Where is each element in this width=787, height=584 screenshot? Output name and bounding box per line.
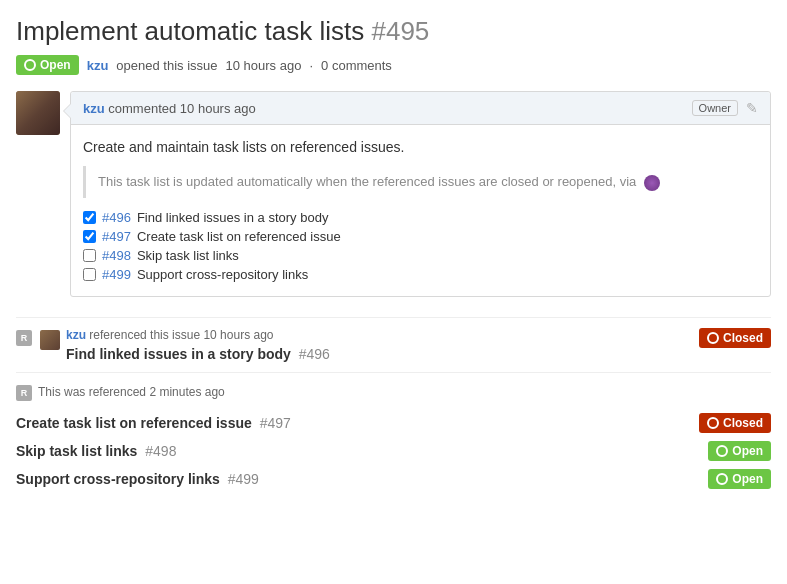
task-item-499: #499 Support cross-repository links bbox=[83, 265, 758, 284]
ref-item-status-499: Open bbox=[708, 469, 771, 489]
avatar-image bbox=[16, 91, 60, 135]
ref-status-badge-1: Closed bbox=[699, 328, 771, 348]
closed-circle-icon-1 bbox=[707, 332, 719, 344]
task-checkbox-496[interactable] bbox=[83, 211, 96, 224]
status-badge-open: Open bbox=[16, 55, 79, 75]
open-circle-icon-499 bbox=[716, 473, 728, 485]
page-title: Implement automatic task lists #495 bbox=[16, 16, 771, 47]
task-item-496: #496 Find linked issues in a story body bbox=[83, 208, 758, 227]
ref-item-status-label-497: Closed bbox=[723, 416, 763, 430]
reference-block-2: R This was referenced 2 minutes ago Crea… bbox=[16, 372, 771, 503]
title-text: Implement automatic task lists bbox=[16, 16, 364, 46]
quote-text: This task list is updated automatically … bbox=[98, 174, 636, 189]
ref-issue-number-1: #496 bbox=[299, 346, 330, 362]
comment-thread: kzu commented 10 hours ago Owner ✎ Creat… bbox=[16, 91, 771, 297]
task-checkbox-498[interactable] bbox=[83, 249, 96, 262]
task-checkbox-497[interactable] bbox=[83, 230, 96, 243]
comment-header: kzu commented 10 hours ago Owner ✎ bbox=[71, 92, 770, 125]
ref-action-1: referenced this issue bbox=[89, 328, 200, 342]
ref-item-499: Support cross-repository links #499 Open bbox=[16, 465, 771, 493]
issue-number: #495 bbox=[371, 16, 429, 46]
ref-author-1[interactable]: kzu bbox=[66, 328, 86, 342]
ref-icon-2: R bbox=[16, 385, 32, 401]
ref-item-498: Skip task list links #498 Open bbox=[16, 437, 771, 465]
task-item-497: #497 Create task list on referenced issu… bbox=[83, 227, 758, 246]
ref-item-number-498: #498 bbox=[145, 443, 176, 459]
reference-block-1: R kzu referenced this issue 10 hours ago… bbox=[16, 317, 771, 372]
task-checkbox-499[interactable] bbox=[83, 268, 96, 281]
ref-item-number-497: #497 bbox=[260, 415, 291, 431]
ref-item-title-499: Support cross-repository links #499 bbox=[16, 471, 259, 487]
task-link-498[interactable]: #498 bbox=[102, 248, 131, 263]
ref-title-1: Find linked issues in a story body #496 bbox=[66, 346, 691, 362]
issue-meta: Open kzu opened this issue 10 hours ago … bbox=[16, 55, 771, 75]
comment-line1: Create and maintain task lists on refere… bbox=[83, 137, 758, 158]
task-text-498: Skip task list links bbox=[137, 248, 239, 263]
comments-count: 0 comments bbox=[321, 58, 392, 73]
comment-meta: kzu commented 10 hours ago bbox=[83, 101, 256, 116]
ref-item-497: Create task list on referenced issue #49… bbox=[16, 409, 771, 437]
ref-status-label-1: Closed bbox=[723, 331, 763, 345]
ref-icon-1: R bbox=[16, 330, 32, 346]
ref-item-status-497: Closed bbox=[699, 413, 771, 433]
ref-title-text-1: Find linked issues in a story body bbox=[66, 346, 291, 362]
comment-body: Create and maintain task lists on refere… bbox=[71, 125, 770, 296]
ref-item-title-497: Create task list on referenced issue #49… bbox=[16, 415, 291, 431]
ref-item-title-498: Skip task list links #498 bbox=[16, 443, 176, 459]
ref-item-number-499: #499 bbox=[228, 471, 259, 487]
comment-time: 10 hours ago bbox=[180, 101, 256, 116]
issue-time: 10 hours ago bbox=[226, 58, 302, 73]
ref-avatar-1 bbox=[40, 330, 60, 350]
ref-item-text-497: Create task list on referenced issue bbox=[16, 415, 252, 431]
octopus-icon bbox=[644, 175, 660, 191]
ref-item-status-label-499: Open bbox=[732, 472, 763, 486]
closed-circle-icon-497 bbox=[707, 417, 719, 429]
status-label: Open bbox=[40, 58, 71, 72]
ref-item-status-label-498: Open bbox=[732, 444, 763, 458]
task-link-499[interactable]: #499 bbox=[102, 267, 131, 282]
task-item-498: #498 Skip task list links bbox=[83, 246, 758, 265]
ref-item-status-498: Open bbox=[708, 441, 771, 461]
issue-author[interactable]: kzu bbox=[87, 58, 109, 73]
task-text-499: Support cross-repository links bbox=[137, 267, 308, 282]
task-text-497: Create task list on referenced issue bbox=[137, 229, 341, 244]
task-link-497[interactable]: #497 bbox=[102, 229, 131, 244]
edit-icon[interactable]: ✎ bbox=[746, 100, 758, 116]
comment-text1: Create and maintain task lists on refere… bbox=[83, 139, 404, 155]
ref-item-text-498: Skip task list links bbox=[16, 443, 137, 459]
open-circle-icon bbox=[24, 59, 36, 71]
ref-content-1: kzu referenced this issue 10 hours ago F… bbox=[66, 328, 691, 362]
avatar bbox=[16, 91, 60, 135]
owner-badge: Owner bbox=[692, 100, 738, 116]
ref-meta-1: kzu referenced this issue 10 hours ago bbox=[66, 328, 691, 342]
ref-item-text-499: Support cross-repository links bbox=[16, 471, 220, 487]
ref-time-1: 10 hours ago bbox=[203, 328, 273, 342]
quote-block: This task list is updated automatically … bbox=[83, 166, 758, 198]
comment-author[interactable]: kzu bbox=[83, 101, 105, 116]
issue-action: opened this issue bbox=[116, 58, 217, 73]
open-circle-icon-498 bbox=[716, 445, 728, 457]
comment-action: commented bbox=[108, 101, 180, 116]
ref-right-1: Closed bbox=[699, 328, 771, 348]
ref-meta-text-2: This was referenced 2 minutes ago bbox=[38, 385, 225, 399]
task-link-496[interactable]: #496 bbox=[102, 210, 131, 225]
comment-header-right: Owner ✎ bbox=[692, 100, 758, 116]
comment-box: kzu commented 10 hours ago Owner ✎ Creat… bbox=[70, 91, 771, 297]
task-text-496: Find linked issues in a story body bbox=[137, 210, 328, 225]
ref-meta-2: R This was referenced 2 minutes ago bbox=[16, 383, 771, 401]
task-list: #496 Find linked issues in a story body … bbox=[83, 208, 758, 284]
